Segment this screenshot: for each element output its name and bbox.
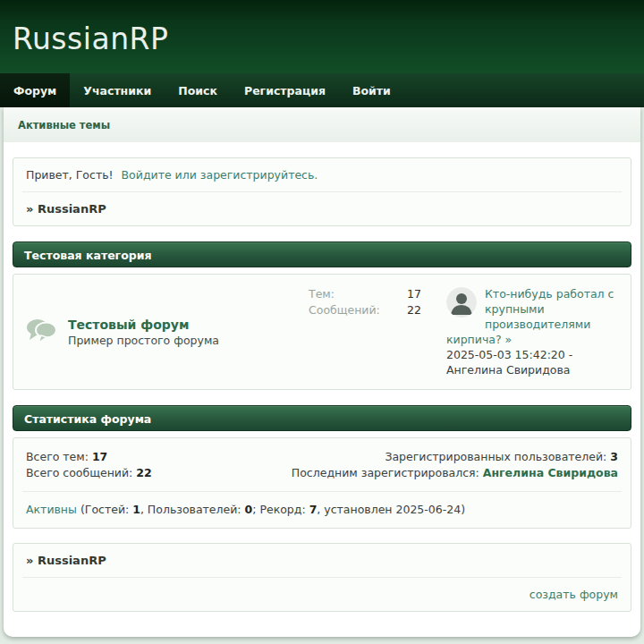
- login-link[interactable]: Войдите: [122, 168, 172, 182]
- online-part1: (Гостей:: [77, 503, 132, 516]
- nav-item-forum[interactable]: Форум: [0, 73, 70, 107]
- topics-stat: Тем: 17: [309, 286, 421, 302]
- welcome-row: Привет, Гость! Войдите или зарегистрируй…: [22, 158, 622, 191]
- site-header: RussianRP: [0, 0, 644, 73]
- last-post-author: Ангелина Свиридова: [446, 363, 571, 377]
- site-title: RussianRP: [13, 21, 168, 56]
- greeting-text: Привет, Гость!: [26, 168, 114, 182]
- nav-item-search[interactable]: Поиск: [165, 73, 231, 107]
- topics-label: Тем:: [309, 286, 335, 302]
- last-post-block: Кто-нибудь работал с крупными производит…: [446, 286, 618, 377]
- posts-stat: Сообщений: 22: [309, 302, 421, 318]
- online-users: 0: [245, 503, 253, 516]
- stats-title: Статистика форума: [24, 412, 151, 426]
- breadcrumb-label: Активные темы: [18, 119, 110, 131]
- board-crumb-row: » RussianRP: [22, 191, 622, 225]
- posts-label: Сообщений:: [309, 302, 380, 318]
- footer-board-crumb: » RussianRP: [26, 554, 106, 567]
- registered-value: 3: [610, 450, 618, 463]
- online-line: Активны (Гостей: 1, Пользователей: 0; Ре…: [22, 492, 622, 528]
- last-post-date: 2025-05-03 15:42:20 -: [446, 348, 572, 361]
- online-link[interactable]: Активны: [26, 503, 77, 516]
- online-part2: , Пользователей:: [140, 503, 245, 516]
- forum-name-link[interactable]: Тестовый форум: [68, 318, 219, 332]
- total-topics-label: Всего тем:: [26, 450, 92, 463]
- total-posts-value: 22: [136, 466, 151, 479]
- total-posts-line: Всего сообщений: 22: [26, 465, 152, 481]
- last-registered-user-link[interactable]: Ангелина Свиридова: [483, 466, 618, 479]
- category-header: Тестовая категория: [13, 242, 631, 267]
- last-post-meta: 2025-05-03 15:42:20 - Ангелина Свиридова: [446, 347, 618, 377]
- create-forum-link[interactable]: создать форум: [530, 588, 618, 601]
- page-container: Активные темы Привет, Гость! Войдите или…: [4, 107, 640, 637]
- content-area: Привет, Гость! Войдите или зарегистрируй…: [4, 142, 640, 637]
- register-link[interactable]: зарегистрируйтесь.: [200, 168, 318, 182]
- forum-row: Тестовый форум Пример простого форума Те…: [13, 274, 631, 390]
- welcome-box: Привет, Гость! Войдите или зарегистрируй…: [13, 157, 631, 226]
- board-crumb: » RussianRP: [26, 202, 106, 216]
- last-registered-line: Последним зарегистрировался: Ангелина Св…: [292, 465, 618, 481]
- or-text: или: [175, 168, 197, 182]
- stats-header: Статистика форума: [13, 405, 631, 431]
- nav-item-members[interactable]: Участники: [70, 73, 165, 107]
- online-guests: 1: [132, 503, 140, 516]
- stats-left-column: Всего тем: 17 Всего сообщений: 22: [26, 449, 152, 480]
- registered-line: Зарегистрированных пользователей: 3: [292, 449, 618, 465]
- main-nav: Форум Участники Поиск Регистрация Войти: [0, 73, 644, 107]
- stats-box: Всего тем: 17 Всего сообщений: 22 Зареги…: [13, 437, 631, 529]
- total-topics-value: 17: [92, 450, 107, 463]
- stats-top: Всего тем: 17 Всего сообщений: 22 Зареги…: [22, 438, 622, 492]
- footer-link-row: создать форум: [22, 577, 622, 611]
- footer-box: » RussianRP создать форум: [13, 543, 631, 612]
- footer-crumb-row: » RussianRP: [22, 544, 622, 577]
- stats-section: Статистика форума Всего тем: 17 Всего со…: [13, 405, 631, 529]
- online-part4: , установлен 2025-06-24): [317, 503, 465, 516]
- breadcrumb: Активные темы: [4, 107, 640, 142]
- total-posts-label: Всего сообщений:: [26, 466, 136, 479]
- forum-main: Тестовый форум Пример простого форума: [26, 286, 309, 377]
- topics-value: 17: [407, 286, 421, 302]
- category-title: Тестовая категория: [24, 249, 151, 262]
- total-topics-line: Всего тем: 17: [26, 449, 152, 465]
- forum-bubbles-icon: [26, 318, 58, 347]
- nav-item-register[interactable]: Регистрация: [231, 73, 339, 107]
- online-part3: ; Рекорд:: [252, 503, 309, 516]
- category-section: Тестовая категория Тестовый форум: [13, 242, 631, 390]
- forum-description: Пример простого форума: [68, 334, 219, 347]
- stats-right-column: Зарегистрированных пользователей: 3 Посл…: [292, 449, 618, 480]
- registered-label: Зарегистрированных пользователей:: [385, 450, 610, 463]
- posts-value: 22: [407, 302, 421, 318]
- last-registered-label: Последним зарегистрировался:: [292, 466, 483, 479]
- avatar: [446, 287, 477, 318]
- forum-stats: Тем: 17 Сообщений: 22: [309, 286, 421, 377]
- forum-info: Тестовый форум Пример простого форума: [68, 318, 219, 347]
- nav-item-login[interactable]: Войти: [339, 73, 404, 107]
